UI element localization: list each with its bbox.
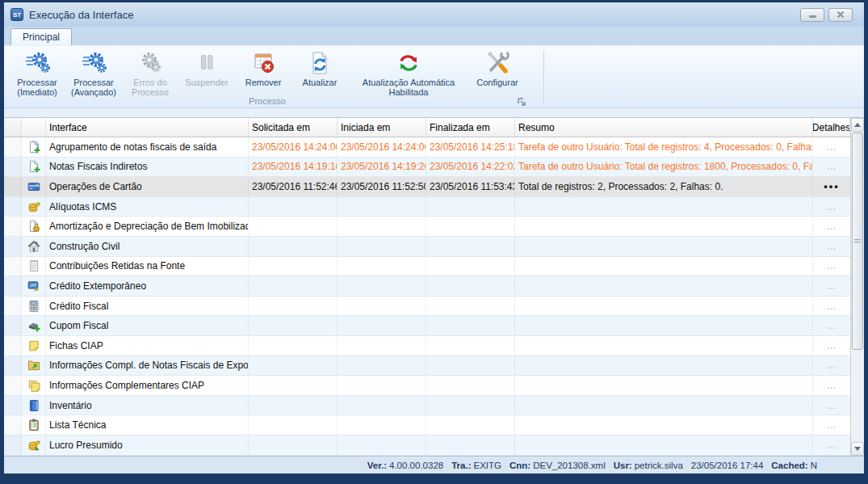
iniciada-cell bbox=[338, 436, 426, 455]
table-row[interactable]: Construção Civil... bbox=[4, 237, 850, 257]
table-row[interactable]: Crédito Fiscal... bbox=[4, 297, 850, 317]
table-row[interactable]: Notas Fiscais Indiretos23/05/2016 14:19:… bbox=[4, 158, 850, 178]
toolbar-button-atualizar[interactable]: Atualizar bbox=[291, 48, 348, 88]
row-indicator bbox=[4, 356, 22, 376]
details-button[interactable]: ... bbox=[827, 341, 837, 351]
toolbar-button-remover[interactable]: Remover bbox=[235, 48, 291, 88]
refresh-page-icon bbox=[307, 50, 333, 76]
page-copy-add-icon bbox=[27, 141, 40, 154]
detalhes-cell: ... bbox=[813, 415, 850, 435]
scroll-up-button[interactable] bbox=[851, 118, 864, 132]
finalizada-cell bbox=[426, 356, 515, 376]
interface-name-cell: Operações de Cartão bbox=[46, 177, 249, 196]
resumo-cell: Tarefa de outro Usuário: Total de regist… bbox=[515, 137, 813, 157]
scrollbar-thumb[interactable] bbox=[852, 133, 863, 350]
column-header-resumo[interactable]: Resumo bbox=[515, 118, 813, 137]
details-button[interactable]: ... bbox=[827, 261, 837, 271]
column-header-indicator bbox=[4, 118, 22, 137]
ribbon-tab-strip: Principal bbox=[4, 27, 864, 45]
details-button[interactable]: ... bbox=[827, 221, 837, 231]
book-icon bbox=[27, 399, 40, 412]
iniciada-cell bbox=[338, 276, 426, 296]
table-row[interactable]: Amortização e Depreciação de Bem Imobili… bbox=[4, 217, 850, 237]
row-icon-cell bbox=[22, 237, 46, 256]
table-row[interactable]: Agrupamento de notas fiscais de saída23/… bbox=[4, 137, 850, 158]
details-button[interactable]: ... bbox=[827, 420, 837, 430]
table-row[interactable]: Crédito Extemporâneo... bbox=[4, 276, 850, 297]
table-row[interactable]: Operações de Cartão23/05/2016 11:52:4623… bbox=[4, 177, 850, 197]
vertical-scrollbar[interactable] bbox=[850, 118, 864, 456]
details-button[interactable]: ... bbox=[827, 281, 837, 291]
window-controls bbox=[800, 8, 853, 22]
resumo-cell bbox=[515, 217, 813, 236]
tab-principal[interactable]: Principal bbox=[10, 28, 72, 45]
details-button[interactable]: ... bbox=[827, 381, 837, 390]
details-button[interactable]: ••• bbox=[824, 180, 840, 192]
table-row[interactable]: Cupom Fiscal... bbox=[4, 316, 850, 336]
resumo-cell bbox=[515, 197, 813, 217]
status-item: Cnn:DEV_201308.xml bbox=[509, 461, 606, 470]
iniciada-cell bbox=[338, 197, 426, 217]
table-row[interactable]: Fichas CIAP... bbox=[4, 336, 850, 356]
table-row[interactable]: Contribuições Retidas na Fonte... bbox=[4, 257, 850, 277]
row-indicator bbox=[4, 237, 22, 256]
table-row[interactable]: Informações Complementares CIAP... bbox=[4, 376, 850, 396]
finalizada-cell: 23/05/2016 11:53:43 bbox=[426, 177, 515, 196]
scroll-down-button[interactable] bbox=[851, 442, 864, 456]
solicitada-cell bbox=[249, 237, 338, 256]
minimize-button[interactable] bbox=[800, 8, 824, 22]
column-header-iniciada[interactable]: Iniciada em bbox=[338, 118, 426, 137]
ribbon-toolbar: Processar (Imediato)Processar (Avançado)… bbox=[4, 45, 864, 108]
details-button[interactable]: ... bbox=[827, 440, 837, 450]
iniciada-cell bbox=[338, 396, 426, 415]
status-item: Cached:N bbox=[771, 461, 817, 470]
column-header-finalizada[interactable]: Finalizada em bbox=[426, 118, 515, 137]
resumo-cell bbox=[515, 356, 813, 376]
dialog-launcher-icon[interactable] bbox=[518, 95, 526, 104]
row-icon-cell bbox=[22, 415, 46, 435]
details-button[interactable]: ... bbox=[827, 360, 837, 370]
details-button[interactable]: ... bbox=[827, 202, 837, 212]
table-row[interactable]: Inventário... bbox=[4, 396, 850, 416]
solicitada-cell bbox=[249, 257, 338, 276]
details-button[interactable]: ... bbox=[827, 142, 837, 152]
column-header-interface[interactable]: Interface bbox=[46, 118, 249, 137]
toolbar-button-atualizacao-automatica[interactable]: Atualização Automática Habilitada bbox=[348, 48, 469, 98]
toolbar-button-processar-avancado[interactable]: Processar (Avançado) bbox=[65, 48, 122, 98]
finalizada-cell bbox=[426, 276, 515, 296]
toolbar-button-configurar[interactable]: Configurar bbox=[469, 48, 526, 88]
column-header-solicitada[interactable]: Solicitada em bbox=[249, 118, 338, 137]
details-button[interactable]: ... bbox=[827, 162, 837, 171]
table-row[interactable]: Lista Técnica... bbox=[4, 415, 850, 436]
toolbar-button-processar-imediato[interactable]: Processar (Imediato) bbox=[9, 48, 65, 98]
resumo-cell bbox=[515, 257, 813, 276]
close-button[interactable] bbox=[828, 8, 853, 22]
details-button[interactable]: ... bbox=[827, 321, 837, 330]
resumo-cell: Total de registros: 2, Processados: 2, F… bbox=[515, 177, 813, 196]
row-indicator bbox=[4, 197, 22, 217]
row-icon-cell bbox=[22, 436, 46, 455]
iniciada-cell bbox=[338, 297, 426, 316]
resumo-cell: Tarefa de outro Usuário: Total de regist… bbox=[515, 158, 813, 177]
calculator-icon bbox=[27, 300, 40, 313]
sticky-note-icon bbox=[27, 339, 40, 352]
folder-export-icon bbox=[27, 359, 40, 372]
finalizada-cell bbox=[426, 396, 515, 415]
details-button[interactable]: ... bbox=[827, 301, 837, 311]
column-header-detalhes[interactable]: Detalhes bbox=[813, 118, 850, 137]
scrollbar-track[interactable] bbox=[851, 132, 864, 442]
coins-icon bbox=[27, 200, 40, 213]
iniciada-cell: 23/05/2016 14:19:26 bbox=[338, 158, 426, 177]
interface-name-cell: Notas Fiscais Indiretos bbox=[46, 158, 249, 177]
details-button[interactable]: ... bbox=[827, 242, 837, 251]
detalhes-cell: ... bbox=[813, 237, 850, 256]
status-item: Ver.:4.00.00.0328 bbox=[367, 461, 443, 470]
details-button[interactable]: ... bbox=[827, 401, 837, 410]
table-row[interactable]: Lucro Presumido... bbox=[4, 436, 850, 456]
table-row[interactable]: Informações Compl. de Notas Fiscais de E… bbox=[4, 356, 850, 377]
table-row[interactable]: Alíquotas ICMS... bbox=[4, 197, 850, 217]
clipboard-icon bbox=[27, 419, 40, 431]
grid-header-row: InterfaceSolicitada emIniciada emFinaliz… bbox=[4, 118, 850, 137]
ribbon-group-separator bbox=[543, 50, 544, 103]
window-title: Execução da Interface bbox=[29, 9, 800, 21]
